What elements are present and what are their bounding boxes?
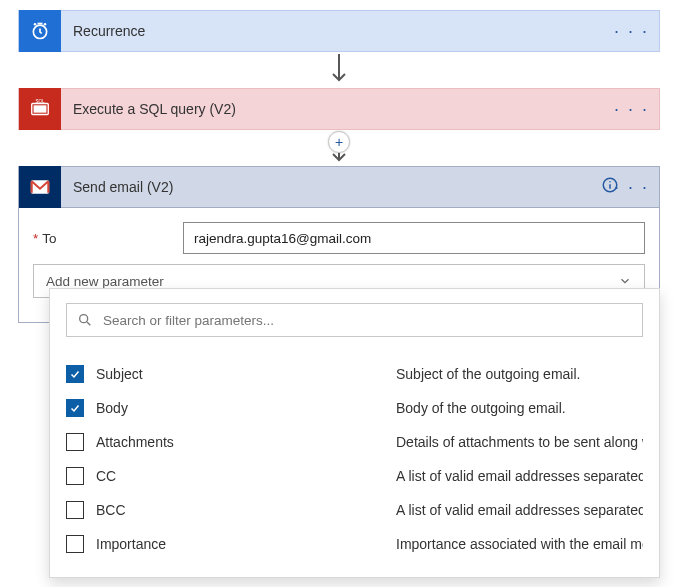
svg-point-13 bbox=[609, 181, 611, 183]
option-description: A list of valid email addresses separate… bbox=[396, 493, 643, 527]
parameter-option[interactable]: Subject bbox=[66, 357, 396, 391]
add-step-button[interactable]: + bbox=[328, 131, 350, 153]
option-description: Importance associated with the email mes… bbox=[396, 527, 643, 561]
parameter-option[interactable]: CC bbox=[66, 459, 396, 493]
step-title: Recurrence bbox=[73, 23, 145, 39]
step-card-recurrence[interactable]: Recurrence · · · bbox=[18, 10, 660, 52]
parameter-option[interactable]: Importance bbox=[66, 527, 396, 561]
svg-line-15 bbox=[87, 322, 90, 325]
more-menu-icon[interactable]: · · · bbox=[614, 99, 649, 120]
flow-arrow: + bbox=[18, 130, 660, 166]
option-label: Importance bbox=[96, 536, 166, 552]
option-label: Body bbox=[96, 400, 128, 416]
to-input[interactable] bbox=[183, 222, 645, 254]
option-label: Subject bbox=[96, 366, 143, 382]
parameter-search-input[interactable] bbox=[103, 313, 632, 328]
option-description: Body of the outgoing email. bbox=[396, 391, 643, 425]
parameter-search-box[interactable] bbox=[66, 303, 643, 337]
checkbox[interactable] bbox=[66, 365, 84, 383]
step-title: Execute a SQL query (V2) bbox=[73, 101, 236, 117]
parameter-dropdown-panel: SubjectSubject of the outgoing email.Bod… bbox=[49, 288, 660, 578]
more-menu-icon[interactable]: · · · bbox=[614, 21, 649, 42]
option-description: Details of attachments to be sent along … bbox=[396, 425, 643, 459]
step-card-sql[interactable]: SQL Execute a SQL query (V2) · · · bbox=[18, 88, 660, 130]
to-label-text: To bbox=[42, 231, 56, 246]
svg-point-1 bbox=[34, 23, 37, 26]
step-card-gmail-header[interactable]: Send email (V2) · · · bbox=[18, 166, 660, 208]
svg-point-14 bbox=[80, 315, 88, 323]
checkbox[interactable] bbox=[66, 399, 84, 417]
option-description: A list of valid email addresses separate… bbox=[396, 459, 643, 493]
recurrence-icon bbox=[19, 10, 61, 52]
search-icon bbox=[77, 312, 93, 328]
parameter-option[interactable]: BCC bbox=[66, 493, 396, 527]
flow-arrow bbox=[18, 52, 660, 88]
svg-point-2 bbox=[44, 23, 47, 26]
checkbox[interactable] bbox=[66, 535, 84, 553]
option-label: Attachments bbox=[96, 434, 174, 450]
svg-text:SQL: SQL bbox=[35, 99, 45, 104]
to-label: *To bbox=[33, 231, 183, 246]
add-parameter-label: Add new parameter bbox=[46, 274, 164, 289]
option-label: BCC bbox=[96, 502, 126, 518]
parameter-option[interactable]: Body bbox=[66, 391, 396, 425]
option-label: CC bbox=[96, 468, 116, 484]
more-menu-icon[interactable]: · · · bbox=[614, 177, 649, 198]
checkbox[interactable] bbox=[66, 467, 84, 485]
gmail-icon bbox=[19, 166, 61, 208]
checkbox[interactable] bbox=[66, 433, 84, 451]
option-description: Subject of the outgoing email. bbox=[396, 357, 643, 391]
chevron-down-icon bbox=[618, 274, 632, 288]
sql-icon: SQL bbox=[19, 88, 61, 130]
checkbox[interactable] bbox=[66, 501, 84, 519]
step-title: Send email (V2) bbox=[73, 179, 173, 195]
svg-rect-5 bbox=[34, 105, 47, 112]
gmail-form-panel: *To Add new parameter SubjectSubject of … bbox=[18, 208, 660, 323]
parameter-option[interactable]: Attachments bbox=[66, 425, 396, 459]
